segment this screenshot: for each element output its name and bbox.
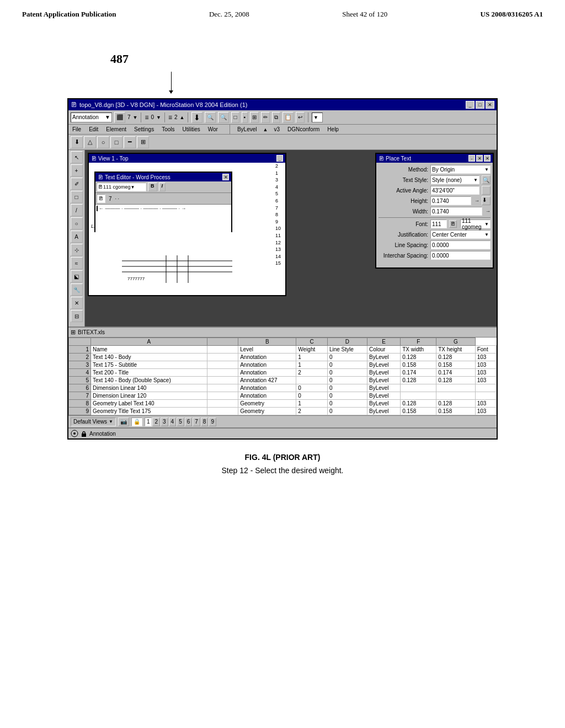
font-dropdown[interactable]: 🖹 111 cgomeg ▼ (97, 183, 146, 191)
cell-value[interactable]: 0 (327, 354, 367, 361)
cell-value[interactable] (207, 346, 238, 354)
font-icon-btn[interactable]: 🖹 (449, 220, 457, 228)
bold-button[interactable]: B (148, 183, 157, 191)
lt-rect[interactable]: □ (71, 191, 83, 203)
menu-bylevel[interactable]: ByLevel (236, 126, 259, 133)
cell-value[interactable]: 0.128 (436, 377, 476, 384)
cell-value[interactable]: Text 200 - Title (91, 369, 207, 377)
menu-v3[interactable]: v3 (272, 126, 281, 133)
cell-value[interactable]: 0 (327, 392, 367, 400)
view-tab-2[interactable]: 2 (152, 417, 160, 426)
cell-value[interactable]: 0.174 (401, 369, 436, 377)
view-tab-6[interactable]: 6 (185, 417, 193, 426)
cell-value[interactable] (436, 384, 476, 392)
view-tab-3[interactable]: 3 (161, 417, 168, 426)
cell-value[interactable]: ByLevel (367, 369, 400, 377)
tool-multi[interactable]: ⊞ (137, 136, 149, 148)
cell-value[interactable]: 0 (327, 408, 367, 415)
view-tab-7[interactable]: 7 (193, 417, 200, 426)
cell-value[interactable]: Geometry Label Text 140 (91, 400, 207, 408)
cell-value[interactable]: 0.128 (436, 354, 476, 361)
cell-value[interactable]: Weight (296, 346, 328, 354)
lt-select[interactable]: ↖ (71, 151, 83, 163)
cell-value[interactable] (207, 361, 238, 369)
cell-value[interactable]: Line Style (327, 346, 367, 354)
tool-rect[interactable]: □ (110, 136, 122, 148)
cell-value[interactable]: 0.158 (401, 361, 436, 369)
interchar-input[interactable]: 0.0000 (430, 251, 491, 260)
height-btn[interactable]: ⬇ (482, 196, 491, 205)
default-views-dropdown[interactable]: Default Views ▼ (71, 417, 116, 426)
minimize-button[interactable]: _ (466, 101, 475, 109)
cell-value[interactable] (207, 400, 238, 408)
cell-value[interactable]: Dimension Linear 120 (91, 392, 207, 400)
cell-value[interactable]: 0 (327, 384, 367, 392)
menu-tools[interactable]: Tools (160, 126, 176, 133)
cell-value[interactable] (436, 392, 476, 400)
cell-value[interactable]: 1 (296, 354, 328, 361)
cell-value[interactable]: 0 (327, 369, 367, 377)
lt-pen[interactable]: ✐ (71, 178, 83, 190)
cell-value[interactable] (207, 392, 238, 400)
lt-tasks[interactable]: 🔧 (71, 283, 83, 296)
toolbar-place-icon[interactable]: ⬇ (191, 112, 202, 123)
cell-value[interactable]: 0.128 (401, 377, 436, 384)
menu-file[interactable]: File (71, 126, 83, 133)
placetext-close[interactable]: ✕ (476, 155, 483, 162)
toolbar-copy-icon[interactable]: ⧉ (272, 112, 280, 123)
cell-value[interactable] (475, 384, 496, 392)
cell-value[interactable]: 0 (327, 377, 367, 384)
cell-value[interactable]: TX height (436, 346, 476, 354)
cell-value[interactable]: ByLevel (367, 361, 400, 369)
cell-value[interactable] (207, 369, 238, 377)
toolbar-pen-icon[interactable]: ✏ (261, 112, 270, 123)
lt-grid[interactable]: ⊟ (71, 310, 83, 322)
menu-settings[interactable]: Settings (132, 126, 156, 133)
cell-value[interactable]: Colour (367, 346, 400, 354)
cell-value[interactable]: 0.158 (401, 408, 436, 415)
cell-value[interactable]: Font (475, 346, 496, 354)
cell-value[interactable]: 1 (296, 400, 328, 408)
cell-value[interactable]: Text 175 - Subtitle (91, 361, 207, 369)
lt-x[interactable]: ✕ (71, 297, 83, 309)
tool-line[interactable]: ━ (124, 136, 136, 148)
cell-value[interactable]: Level (238, 346, 296, 354)
menu-help[interactable]: Help (326, 126, 340, 133)
toolbar-end-dropdown[interactable]: ▼ (312, 113, 323, 122)
cell-value[interactable]: Annotation (238, 361, 296, 369)
toolbar-search-icon[interactable]: 🔍 (205, 112, 216, 123)
cell-value[interactable]: 0.128 (436, 400, 476, 408)
cell-value[interactable]: Annotation (238, 354, 296, 361)
height-input[interactable]: 0.1740 (430, 196, 471, 205)
lt-arc[interactable]: ○ (71, 217, 83, 229)
toolbar-icon-btn-1[interactable]: ⬛ (114, 112, 125, 123)
font-name-dropdown[interactable]: 111 cgomeg ▼ (460, 220, 491, 228)
text-style-dropdown[interactable]: Style (none) ▼ (430, 175, 479, 184)
tool-place[interactable]: ⬇ (71, 136, 83, 148)
cell-value[interactable]: Annotation 427 (238, 377, 296, 384)
menu-element[interactable]: Element (104, 126, 128, 133)
cell-value[interactable]: TX width (401, 346, 436, 354)
lt-circle[interactable]: / (71, 204, 83, 216)
cell-value[interactable]: ByLevel (367, 392, 400, 400)
cell-value[interactable]: 103 (475, 400, 496, 408)
cell-value[interactable]: Geometry (238, 408, 296, 415)
toolbar-rect2-icon[interactable]: ▪ (242, 112, 248, 123)
cell-value[interactable]: Geometry Title Text 175 (91, 408, 207, 415)
tool-circle[interactable]: ○ (97, 136, 109, 148)
justification-dropdown[interactable]: Center Center ▼ (430, 230, 491, 239)
cell-value[interactable]: 0.158 (436, 361, 476, 369)
cell-value[interactable]: Annotation (238, 369, 296, 377)
text-style-btn[interactable]: 🔍 (482, 175, 491, 184)
texteditor-text-area[interactable]: ← ——— · ——— · ——— · ——— · → (95, 205, 231, 232)
lt-dims[interactable]: ⊹ (71, 244, 83, 256)
lt-text[interactable]: A (71, 231, 83, 243)
cell-value[interactable]: 0 (327, 400, 367, 408)
placetext-min[interactable]: - (468, 155, 475, 162)
menu-utilities[interactable]: Utilities (181, 126, 202, 133)
method-dropdown[interactable]: By Origin ▼ (430, 165, 491, 174)
view-tab-9[interactable]: 9 (209, 417, 216, 426)
cell-value[interactable] (401, 392, 436, 400)
toolbar-search2-icon[interactable]: 🔍 (218, 112, 229, 123)
menu-wor[interactable]: Wor (206, 126, 220, 133)
